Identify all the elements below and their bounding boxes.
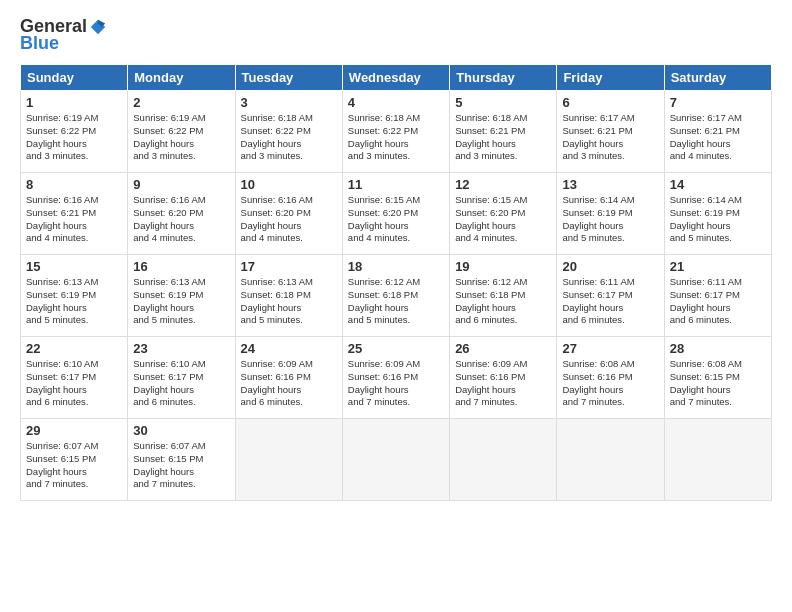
day-info: Sunrise: 6:12 AMSunset: 6:18 PMDaylight …	[348, 276, 420, 325]
day-number: 16	[133, 259, 229, 274]
day-number: 19	[455, 259, 551, 274]
table-row: 24Sunrise: 6:09 AMSunset: 6:16 PMDayligh…	[235, 337, 342, 419]
day-number: 11	[348, 177, 444, 192]
table-row	[557, 419, 664, 501]
table-row: 11Sunrise: 6:15 AMSunset: 6:20 PMDayligh…	[342, 173, 449, 255]
day-number: 14	[670, 177, 766, 192]
day-info: Sunrise: 6:19 AMSunset: 6:22 PMDaylight …	[133, 112, 205, 161]
day-info: Sunrise: 6:15 AMSunset: 6:20 PMDaylight …	[348, 194, 420, 243]
day-number: 21	[670, 259, 766, 274]
table-row: 26Sunrise: 6:09 AMSunset: 6:16 PMDayligh…	[450, 337, 557, 419]
day-info: Sunrise: 6:11 AMSunset: 6:17 PMDaylight …	[562, 276, 634, 325]
day-number: 9	[133, 177, 229, 192]
table-row: 14Sunrise: 6:14 AMSunset: 6:19 PMDayligh…	[664, 173, 771, 255]
table-row: 25Sunrise: 6:09 AMSunset: 6:16 PMDayligh…	[342, 337, 449, 419]
table-row	[235, 419, 342, 501]
day-number: 7	[670, 95, 766, 110]
table-row: 29Sunrise: 6:07 AMSunset: 6:15 PMDayligh…	[21, 419, 128, 501]
day-info: Sunrise: 6:13 AMSunset: 6:19 PMDaylight …	[26, 276, 98, 325]
day-number: 18	[348, 259, 444, 274]
day-info: Sunrise: 6:09 AMSunset: 6:16 PMDaylight …	[455, 358, 527, 407]
table-row: 10Sunrise: 6:16 AMSunset: 6:20 PMDayligh…	[235, 173, 342, 255]
table-row: 9Sunrise: 6:16 AMSunset: 6:20 PMDaylight…	[128, 173, 235, 255]
day-number: 5	[455, 95, 551, 110]
day-info: Sunrise: 6:17 AMSunset: 6:21 PMDaylight …	[670, 112, 742, 161]
table-row: 1Sunrise: 6:19 AMSunset: 6:22 PMDaylight…	[21, 91, 128, 173]
day-info: Sunrise: 6:16 AMSunset: 6:21 PMDaylight …	[26, 194, 98, 243]
table-row: 4Sunrise: 6:18 AMSunset: 6:22 PMDaylight…	[342, 91, 449, 173]
day-number: 12	[455, 177, 551, 192]
day-info: Sunrise: 6:09 AMSunset: 6:16 PMDaylight …	[241, 358, 313, 407]
day-info: Sunrise: 6:19 AMSunset: 6:22 PMDaylight …	[26, 112, 98, 161]
table-row: 18Sunrise: 6:12 AMSunset: 6:18 PMDayligh…	[342, 255, 449, 337]
table-row	[664, 419, 771, 501]
day-info: Sunrise: 6:18 AMSunset: 6:22 PMDaylight …	[241, 112, 313, 161]
table-row: 13Sunrise: 6:14 AMSunset: 6:19 PMDayligh…	[557, 173, 664, 255]
day-info: Sunrise: 6:14 AMSunset: 6:19 PMDaylight …	[670, 194, 742, 243]
day-number: 27	[562, 341, 658, 356]
day-info: Sunrise: 6:08 AMSunset: 6:15 PMDaylight …	[670, 358, 742, 407]
calendar-row: 8Sunrise: 6:16 AMSunset: 6:21 PMDaylight…	[21, 173, 772, 255]
calendar-row: 15Sunrise: 6:13 AMSunset: 6:19 PMDayligh…	[21, 255, 772, 337]
day-number: 30	[133, 423, 229, 438]
table-row: 16Sunrise: 6:13 AMSunset: 6:19 PMDayligh…	[128, 255, 235, 337]
table-row: 7Sunrise: 6:17 AMSunset: 6:21 PMDaylight…	[664, 91, 771, 173]
table-row: 2Sunrise: 6:19 AMSunset: 6:22 PMDaylight…	[128, 91, 235, 173]
day-number: 26	[455, 341, 551, 356]
day-info: Sunrise: 6:10 AMSunset: 6:17 PMDaylight …	[26, 358, 98, 407]
day-number: 8	[26, 177, 122, 192]
table-row: 8Sunrise: 6:16 AMSunset: 6:21 PMDaylight…	[21, 173, 128, 255]
day-number: 23	[133, 341, 229, 356]
day-number: 10	[241, 177, 337, 192]
header-friday: Friday	[557, 65, 664, 91]
header-saturday: Saturday	[664, 65, 771, 91]
header-sunday: Sunday	[21, 65, 128, 91]
calendar-row: 29Sunrise: 6:07 AMSunset: 6:15 PMDayligh…	[21, 419, 772, 501]
day-info: Sunrise: 6:13 AMSunset: 6:18 PMDaylight …	[241, 276, 313, 325]
day-info: Sunrise: 6:13 AMSunset: 6:19 PMDaylight …	[133, 276, 205, 325]
day-number: 22	[26, 341, 122, 356]
day-info: Sunrise: 6:18 AMSunset: 6:21 PMDaylight …	[455, 112, 527, 161]
table-row: 19Sunrise: 6:12 AMSunset: 6:18 PMDayligh…	[450, 255, 557, 337]
table-row: 27Sunrise: 6:08 AMSunset: 6:16 PMDayligh…	[557, 337, 664, 419]
table-row: 6Sunrise: 6:17 AMSunset: 6:21 PMDaylight…	[557, 91, 664, 173]
header: General Blue	[20, 16, 772, 54]
day-number: 24	[241, 341, 337, 356]
day-number: 6	[562, 95, 658, 110]
calendar-row: 1Sunrise: 6:19 AMSunset: 6:22 PMDaylight…	[21, 91, 772, 173]
day-info: Sunrise: 6:16 AMSunset: 6:20 PMDaylight …	[133, 194, 205, 243]
table-row: 3Sunrise: 6:18 AMSunset: 6:22 PMDaylight…	[235, 91, 342, 173]
day-number: 29	[26, 423, 122, 438]
day-info: Sunrise: 6:10 AMSunset: 6:17 PMDaylight …	[133, 358, 205, 407]
table-row: 5Sunrise: 6:18 AMSunset: 6:21 PMDaylight…	[450, 91, 557, 173]
table-row: 17Sunrise: 6:13 AMSunset: 6:18 PMDayligh…	[235, 255, 342, 337]
day-info: Sunrise: 6:08 AMSunset: 6:16 PMDaylight …	[562, 358, 634, 407]
day-number: 13	[562, 177, 658, 192]
calendar-row: 22Sunrise: 6:10 AMSunset: 6:17 PMDayligh…	[21, 337, 772, 419]
header-tuesday: Tuesday	[235, 65, 342, 91]
table-row: 23Sunrise: 6:10 AMSunset: 6:17 PMDayligh…	[128, 337, 235, 419]
page: General Blue Sunday Monday Tuesday Wedne…	[0, 0, 792, 612]
table-row: 22Sunrise: 6:10 AMSunset: 6:17 PMDayligh…	[21, 337, 128, 419]
day-number: 20	[562, 259, 658, 274]
day-info: Sunrise: 6:16 AMSunset: 6:20 PMDaylight …	[241, 194, 313, 243]
header-monday: Monday	[128, 65, 235, 91]
table-row: 12Sunrise: 6:15 AMSunset: 6:20 PMDayligh…	[450, 173, 557, 255]
day-number: 1	[26, 95, 122, 110]
header-thursday: Thursday	[450, 65, 557, 91]
day-info: Sunrise: 6:07 AMSunset: 6:15 PMDaylight …	[26, 440, 98, 489]
day-info: Sunrise: 6:14 AMSunset: 6:19 PMDaylight …	[562, 194, 634, 243]
day-number: 4	[348, 95, 444, 110]
table-row: 30Sunrise: 6:07 AMSunset: 6:15 PMDayligh…	[128, 419, 235, 501]
day-info: Sunrise: 6:11 AMSunset: 6:17 PMDaylight …	[670, 276, 742, 325]
day-number: 15	[26, 259, 122, 274]
day-info: Sunrise: 6:17 AMSunset: 6:21 PMDaylight …	[562, 112, 634, 161]
day-number: 25	[348, 341, 444, 356]
day-info: Sunrise: 6:12 AMSunset: 6:18 PMDaylight …	[455, 276, 527, 325]
table-row	[450, 419, 557, 501]
table-row: 28Sunrise: 6:08 AMSunset: 6:15 PMDayligh…	[664, 337, 771, 419]
logo: General Blue	[20, 16, 107, 54]
day-info: Sunrise: 6:07 AMSunset: 6:15 PMDaylight …	[133, 440, 205, 489]
day-info: Sunrise: 6:15 AMSunset: 6:20 PMDaylight …	[455, 194, 527, 243]
logo-blue-text: Blue	[20, 33, 59, 54]
